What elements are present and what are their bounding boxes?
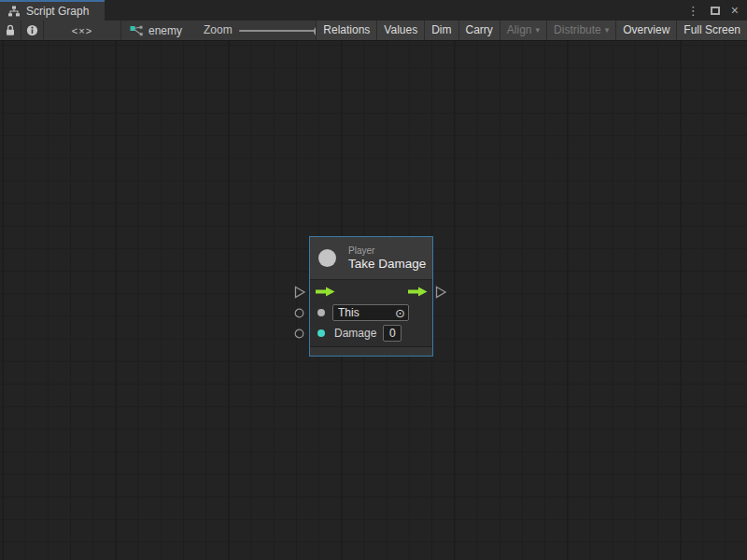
values-button[interactable]: Values: [376, 21, 424, 40]
damage-port-row: Damage 0: [310, 323, 432, 343]
unit-icon: [318, 249, 336, 267]
flow-output-port[interactable]: [435, 286, 447, 299]
zoom-label: Zoom: [204, 21, 233, 40]
breadcrumb-graph[interactable]: enemy: [130, 21, 182, 40]
this-port-dot[interactable]: [317, 309, 325, 316]
code-view-icon: <×>: [72, 25, 92, 36]
align-dropdown[interactable]: Align ▾: [500, 21, 546, 40]
flow-in-arrow-icon[interactable]: [315, 287, 336, 297]
zoom-slider-track[interactable]: [239, 30, 323, 32]
take-damage-node[interactable]: Player Take Damage This ⊙: [309, 236, 433, 357]
toolbar-buttons: Relations Values Dim Carry Align ▾ Distr…: [316, 21, 747, 40]
kebab-menu-icon[interactable]: ⋮: [687, 5, 699, 17]
tab-script-graph[interactable]: Script Graph: [0, 0, 105, 21]
damage-port-dot[interactable]: [317, 329, 325, 337]
this-object-field[interactable]: This ⊙: [332, 304, 409, 321]
flow-out-arrow-icon[interactable]: [407, 287, 429, 297]
tab-title: Script Graph: [26, 5, 89, 18]
relations-button[interactable]: Relations: [316, 21, 376, 40]
node-title: Take Damage: [348, 257, 426, 271]
node-category: Player: [348, 245, 426, 256]
maximize-icon[interactable]: [711, 7, 720, 15]
flow-input-port[interactable]: [294, 286, 306, 299]
node-footer: [310, 346, 432, 356]
node-titles: Player Take Damage: [348, 245, 426, 271]
distribute-dropdown[interactable]: Distribute ▾: [546, 21, 615, 40]
damage-input-port[interactable]: [294, 329, 304, 339]
script-graph-window: Script Graph ⋮ × <×>: [0, 0, 747, 560]
script-graph-icon: [7, 6, 21, 17]
fullscreen-button[interactable]: Full Screen: [676, 21, 747, 40]
damage-value-field[interactable]: 0: [383, 325, 402, 342]
this-input-port[interactable]: [294, 308, 304, 318]
graph-name: enemy: [148, 24, 182, 37]
overview-button[interactable]: Overview: [615, 21, 676, 40]
info-icon: [26, 24, 38, 36]
graph-toolbar: <×> enemy Zoom 1x Relations Values Dim C…: [0, 21, 747, 41]
node-header[interactable]: Player Take Damage: [310, 237, 432, 280]
graph-node-icon: [130, 25, 143, 36]
inspector-button[interactable]: [21, 21, 44, 40]
lock-icon: [5, 24, 16, 36]
flow-port-row: [310, 280, 432, 302]
this-field-value: This: [338, 306, 359, 319]
tab-bar: Script Graph ⋮ ×: [0, 0, 747, 21]
this-port-row: This ⊙: [310, 302, 432, 323]
damage-label: Damage: [334, 327, 376, 340]
damage-value: 0: [389, 327, 396, 340]
window-controls: ⋮ ×: [687, 0, 747, 21]
carry-button[interactable]: Carry: [458, 21, 500, 40]
code-view-button[interactable]: <×>: [44, 21, 121, 40]
object-picker-icon[interactable]: ⊙: [395, 307, 405, 319]
lock-button[interactable]: [0, 21, 21, 40]
chevron-down-icon: ▾: [605, 26, 610, 35]
graph-canvas[interactable]: Player Take Damage This ⊙: [0, 41, 747, 560]
close-icon[interactable]: ×: [731, 4, 739, 17]
dim-button[interactable]: Dim: [424, 21, 458, 40]
chevron-down-icon: ▾: [536, 26, 541, 35]
